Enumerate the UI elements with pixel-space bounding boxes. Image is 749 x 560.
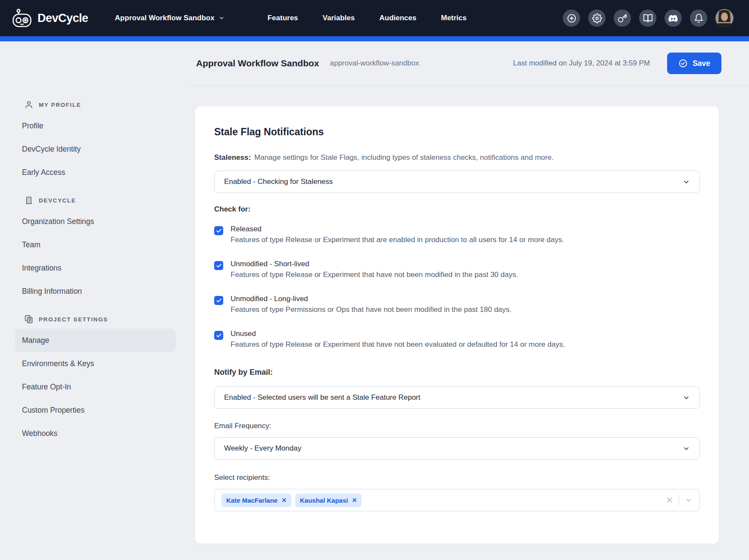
check-row-released: Released Features of type Release or Exp… xyxy=(214,225,700,244)
chevron-down-icon[interactable] xyxy=(685,496,693,504)
project-selector-label: Approval Workflow Sandbox xyxy=(115,14,215,22)
staleness-label: Staleness: xyxy=(214,153,251,162)
card-title: Stale Flag Notifications xyxy=(214,126,700,138)
building-icon xyxy=(25,196,33,205)
sidebar-section-my-profile: MY PROFILE Profile DevCycle Identity Ear… xyxy=(15,95,191,184)
project-selector-dropdown[interactable]: Approval Workflow Sandbox xyxy=(115,14,225,22)
discord-icon[interactable] xyxy=(665,9,682,27)
sidebar-item-billing-information[interactable]: Billing Information xyxy=(15,280,176,303)
sidebar-item-manage[interactable]: Manage xyxy=(15,329,176,352)
keys-icon[interactable] xyxy=(614,9,631,27)
sidebar-header-devcycle: DEVCYCLE xyxy=(15,191,191,210)
recipients-multiselect[interactable]: Kate MacFarlane ✕ Kaushal Kapasi ✕ ✕ xyxy=(214,489,700,511)
multiselect-controls: ✕ xyxy=(666,495,693,506)
stale-flag-notifications-card: Stale Flag Notifications Staleness:Manag… xyxy=(195,106,719,544)
check-desc: Features of type Permissions or Ops that… xyxy=(231,305,512,314)
nav-link-variables[interactable]: Variables xyxy=(323,14,355,22)
check-row-unmodified-short-lived: Unmodified - Short-lived Features of typ… xyxy=(214,260,700,279)
sidebar-section-devcycle: DEVCYCLE Organization Settings Team Inte… xyxy=(15,191,191,303)
sidebar-item-organization-settings[interactable]: Organization Settings xyxy=(15,210,176,233)
select-recipients-label: Select recipients: xyxy=(214,473,700,482)
sidebar-section-project-settings: PROJECT SETTINGS Manage Environments & K… xyxy=(15,310,191,445)
chevron-down-icon xyxy=(683,445,690,452)
sidebar-item-custom-properties[interactable]: Custom Properties xyxy=(15,398,176,422)
chevron-down-icon xyxy=(683,394,690,401)
notify-by-email-label: Notify by Email: xyxy=(214,368,700,377)
notify-select-value: Enabled - Selected users will be sent a … xyxy=(224,393,420,402)
settings-gear-icon[interactable] xyxy=(588,9,605,27)
last-modified-text: Last modified on July 19, 2024 at 3:59 P… xyxy=(513,59,650,68)
unmodified-long-lived-checkbox[interactable] xyxy=(214,296,223,305)
divider xyxy=(679,495,679,506)
check-title: Released xyxy=(231,225,564,233)
brand-name: DevCycle xyxy=(37,12,88,25)
staleness-select-value: Enabled - Checking for Staleness xyxy=(224,177,333,186)
unused-checkbox[interactable] xyxy=(214,331,223,340)
sidebar-section-label: DEVCYCLE xyxy=(39,197,76,204)
recipient-chip: Kaushal Kapasi ✕ xyxy=(295,494,362,507)
settings-sidebar: MY PROFILE Profile DevCycle Identity Ear… xyxy=(0,41,191,560)
notify-by-email-select[interactable]: Enabled - Selected users will be sent a … xyxy=(214,386,700,409)
sidebar-item-integrations[interactable]: Integrations xyxy=(15,256,176,280)
sidebar-header-project-settings: PROJECT SETTINGS xyxy=(15,310,191,329)
check-row-unused: Unused Features of type Release or Exper… xyxy=(214,330,700,349)
staleness-select[interactable]: Enabled - Checking for Staleness xyxy=(214,171,700,193)
recipient-chip: Kate MacFarlane ✕ xyxy=(222,494,291,507)
email-frequency-select[interactable]: Weekly - Every Monday xyxy=(214,437,700,460)
recipient-name: Kaushal Kapasi xyxy=(300,497,348,504)
chevron-down-icon xyxy=(683,178,690,186)
top-navbar: DevCycle Approval Workflow Sandbox Featu… xyxy=(0,0,749,36)
clear-all-icon[interactable]: ✕ xyxy=(666,496,673,504)
released-checkbox[interactable] xyxy=(214,226,223,235)
sidebar-header-my-profile: MY PROFILE xyxy=(15,95,191,114)
recipient-name: Kate MacFarlane xyxy=(226,497,278,504)
sidebar-item-feature-opt-in[interactable]: Feature Opt-In xyxy=(15,375,176,398)
chevron-down-icon xyxy=(218,15,225,21)
email-frequency-label: Email Frequency: xyxy=(214,422,700,430)
sidebar-item-team[interactable]: Team xyxy=(15,233,176,256)
staleness-desc-text: Manage settings for Stale Flags, includi… xyxy=(254,153,554,162)
user-avatar[interactable] xyxy=(715,9,733,27)
check-circle-icon xyxy=(678,59,688,68)
devcycle-logo[interactable]: DevCycle xyxy=(12,9,88,28)
nav-link-metrics[interactable]: Metrics xyxy=(441,14,467,22)
check-title: Unmodified - Short-lived xyxy=(231,260,518,268)
remove-recipient-icon[interactable]: ✕ xyxy=(352,497,357,504)
frequency-select-value: Weekly - Every Monday xyxy=(224,444,301,453)
nav-link-audiences[interactable]: Audiences xyxy=(379,14,416,22)
check-row-unmodified-long-lived: Unmodified - Long-lived Features of type… xyxy=(214,295,700,314)
check-desc: Features of type Release or Experiment t… xyxy=(231,271,518,279)
check-desc: Features of type Release or Experiment t… xyxy=(231,236,564,244)
project-header: Approval Workflow Sandbox approval-workf… xyxy=(191,41,749,86)
primary-nav: Features Variables Audiences Metrics xyxy=(268,14,467,22)
person-icon xyxy=(25,100,33,109)
unmodified-short-lived-checkbox[interactable] xyxy=(214,261,223,270)
staleness-description: Staleness:Manage settings for Stale Flag… xyxy=(214,153,700,162)
sidebar-item-webhooks[interactable]: Webhooks xyxy=(15,422,176,445)
robot-logo-icon xyxy=(12,9,33,28)
sidebar-item-profile[interactable]: Profile xyxy=(15,114,176,137)
save-button[interactable]: Save xyxy=(667,53,721,74)
remove-recipient-icon[interactable]: ✕ xyxy=(281,497,287,504)
check-desc: Features of type Release or Experiment t… xyxy=(231,340,565,349)
page-title: Approval Workflow Sandbox xyxy=(196,58,319,68)
accent-bar xyxy=(0,36,749,41)
nav-link-features[interactable]: Features xyxy=(268,14,298,22)
check-for-label: Check for: xyxy=(214,205,700,214)
sidebar-item-environments-keys[interactable]: Environments & Keys xyxy=(15,352,176,375)
notifications-bell-icon[interactable] xyxy=(690,9,707,27)
project-slug: approval-workflow-sandbox xyxy=(330,59,419,68)
check-title: Unmodified - Long-lived xyxy=(231,295,512,303)
clipboard-icon xyxy=(25,315,33,324)
sidebar-item-devcycle-identity[interactable]: DevCycle Identity xyxy=(15,137,176,161)
add-icon[interactable] xyxy=(563,9,580,27)
check-title: Unused xyxy=(231,330,565,338)
sidebar-section-label: PROJECT SETTINGS xyxy=(39,316,108,323)
navbar-actions xyxy=(563,9,733,27)
docs-book-icon[interactable] xyxy=(639,9,656,27)
sidebar-item-early-access[interactable]: Early Access xyxy=(15,161,176,184)
sidebar-section-label: MY PROFILE xyxy=(39,102,81,108)
save-button-label: Save xyxy=(693,59,710,68)
